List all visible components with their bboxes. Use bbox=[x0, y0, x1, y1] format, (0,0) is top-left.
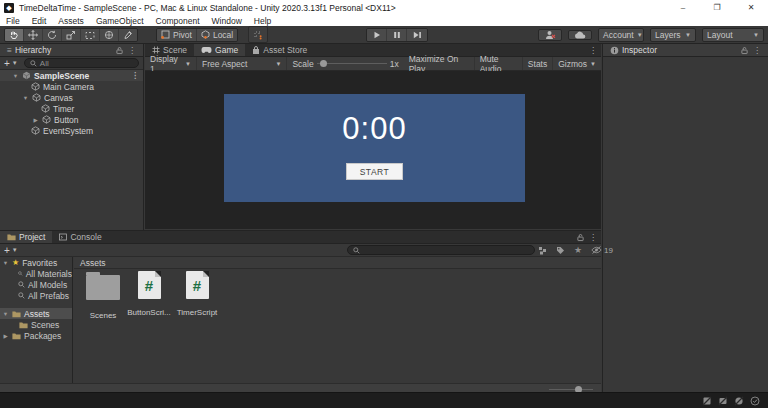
pause-button[interactable] bbox=[387, 29, 407, 41]
project-add-button[interactable]: +▼ bbox=[4, 245, 18, 256]
foldout-caret-icon[interactable]: ▶ bbox=[32, 117, 39, 123]
menu-component[interactable]: Component bbox=[150, 15, 206, 26]
status-muted-warning-icon bbox=[718, 396, 728, 406]
kebab-menu-icon[interactable]: ⋮ bbox=[131, 71, 139, 80]
menu-assets[interactable]: Assets bbox=[52, 15, 90, 26]
search-icon bbox=[18, 281, 25, 288]
mute-audio-toggle[interactable]: Mute Audio bbox=[475, 57, 523, 70]
scale-tool-icon[interactable] bbox=[62, 29, 81, 41]
asset-scenes-folder[interactable]: Scenes bbox=[80, 273, 126, 320]
unity-toolbar: Pivot Local Account▼ Layers▼ Layout▼ bbox=[0, 26, 768, 44]
maximize-button[interactable]: ❐ bbox=[700, 0, 734, 15]
grid-snap-button[interactable] bbox=[248, 26, 268, 43]
menu-window[interactable]: Window bbox=[206, 15, 248, 26]
menu-gameobject[interactable]: GameObject bbox=[90, 15, 150, 26]
layers-dropdown[interactable]: Layers▼ bbox=[650, 28, 696, 42]
hierarchy-tab[interactable]: ≡ Hierarchy ⋮ bbox=[0, 44, 143, 56]
console-icon bbox=[59, 233, 67, 241]
tree-favorites[interactable]: ▼ ★ Favorites bbox=[0, 257, 72, 268]
asset-timerscript[interactable]: # TimerScript bbox=[174, 271, 220, 317]
foldout-caret-icon[interactable]: ▼ bbox=[22, 95, 29, 101]
hidden-packages-toggle[interactable]: 19 bbox=[591, 246, 613, 255]
kebab-menu-icon[interactable]: ⋮ bbox=[589, 46, 597, 55]
menu-help[interactable]: Help bbox=[248, 15, 277, 26]
kebab-menu-icon[interactable]: ⋮ bbox=[589, 233, 597, 242]
hierarchy-row-samplescene[interactable]: ▼ SampleScene ⋮ bbox=[0, 70, 143, 81]
menu-file[interactable]: File bbox=[0, 15, 26, 26]
tab-asset-store[interactable]: Asset Store bbox=[245, 44, 314, 56]
game-toolbar: Display 1▼ Free Aspect▼ Scale 1x Maximiz… bbox=[145, 57, 601, 71]
scale-control: Scale 1x bbox=[287, 57, 403, 70]
csharp-script-icon: # bbox=[138, 271, 161, 299]
save-search-star-icon[interactable]: ★ bbox=[574, 245, 582, 255]
search-icon bbox=[30, 60, 37, 67]
tab-console[interactable]: Console bbox=[52, 231, 108, 243]
start-button[interactable]: START bbox=[346, 163, 403, 180]
stats-toggle[interactable]: Stats bbox=[523, 57, 553, 70]
lock-icon[interactable] bbox=[577, 233, 584, 242]
display-dropdown[interactable]: Display 1▼ bbox=[145, 57, 197, 70]
lock-icon[interactable] bbox=[116, 46, 123, 55]
tree-assets[interactable]: ▼ Assets bbox=[0, 308, 72, 319]
tab-project[interactable]: Project bbox=[0, 231, 52, 243]
custom-tool-icon[interactable] bbox=[119, 29, 137, 41]
maximize-on-play-toggle[interactable]: Maximize On Play bbox=[404, 57, 475, 70]
foldout-caret-icon[interactable]: ▶ bbox=[2, 333, 9, 339]
hierarchy-row-canvas[interactable]: ▼ Canvas bbox=[0, 92, 143, 103]
menu-edit[interactable]: Edit bbox=[26, 15, 53, 26]
search-by-label-icon[interactable] bbox=[556, 246, 565, 255]
hierarchy-row-eventsystem[interactable]: EventSystem bbox=[0, 125, 143, 136]
play-icon bbox=[373, 31, 381, 39]
collab-icon bbox=[545, 30, 556, 40]
close-button[interactable]: ✕ bbox=[734, 0, 768, 15]
assets-breadcrumb[interactable]: Assets bbox=[74, 257, 601, 269]
icon-size-slider[interactable] bbox=[549, 389, 593, 390]
lock-icon[interactable] bbox=[741, 46, 748, 55]
transform-tool-icon[interactable] bbox=[100, 29, 119, 41]
asset-buttonscript[interactable]: # ButtonScri... bbox=[126, 271, 172, 317]
hierarchy-row-button[interactable]: ▶ Button bbox=[0, 114, 143, 125]
move-tool-icon[interactable] bbox=[24, 29, 43, 41]
csharp-script-icon: # bbox=[186, 271, 209, 299]
local-toggle[interactable]: Local bbox=[197, 29, 237, 41]
project-toolbar: +▼ ★ 19 bbox=[0, 244, 601, 257]
status-muted-error-icon bbox=[734, 396, 744, 406]
tasks-done-icon[interactable] bbox=[750, 396, 760, 406]
tree-packages[interactable]: ▶ Packages bbox=[0, 330, 72, 341]
tree-all-models[interactable]: All Models bbox=[0, 279, 72, 290]
tree-all-prefabs[interactable]: All Prefabs bbox=[0, 290, 72, 301]
search-by-type-icon[interactable] bbox=[538, 246, 547, 255]
kebab-menu-icon[interactable]: ⋮ bbox=[753, 46, 761, 55]
account-dropdown[interactable]: Account▼ bbox=[598, 28, 644, 42]
kebab-menu-icon[interactable]: ⋮ bbox=[128, 46, 136, 55]
scale-slider-knob[interactable] bbox=[320, 60, 327, 67]
aspect-dropdown[interactable]: Free Aspect▼ bbox=[197, 57, 287, 70]
gizmos-dropdown[interactable]: Gizmos▼ bbox=[553, 57, 601, 70]
hand-tool-icon[interactable] bbox=[5, 29, 24, 41]
tab-game[interactable]: Game bbox=[194, 44, 245, 56]
foldout-caret-icon[interactable]: ▼ bbox=[2, 311, 9, 317]
tree-all-materials[interactable]: All Materials bbox=[0, 268, 72, 279]
step-button[interactable] bbox=[407, 29, 427, 41]
collab-button[interactable] bbox=[538, 29, 562, 41]
foldout-caret-icon[interactable]: ▼ bbox=[2, 260, 9, 266]
inspector-tab[interactable]: Inspector ⋮ bbox=[603, 44, 768, 56]
rect-tool-icon[interactable] bbox=[81, 29, 100, 41]
tree-scenes[interactable]: Scenes bbox=[0, 319, 72, 330]
foldout-caret-icon[interactable]: ▼ bbox=[12, 73, 19, 79]
play-button[interactable] bbox=[367, 29, 387, 41]
layout-dropdown[interactable]: Layout▼ bbox=[702, 28, 764, 42]
scene-icon bbox=[22, 71, 31, 80]
hierarchy-add-button[interactable]: +▼ bbox=[4, 58, 18, 69]
hierarchy-search-input[interactable]: All bbox=[24, 58, 139, 68]
minimize-button[interactable]: – bbox=[666, 0, 700, 15]
pivot-toggle[interactable]: Pivot bbox=[157, 29, 197, 41]
scale-slider[interactable] bbox=[317, 63, 387, 64]
cloud-button[interactable] bbox=[568, 30, 592, 40]
rotate-tool-icon[interactable] bbox=[43, 29, 62, 41]
hierarchy-row-main-camera[interactable]: Main Camera bbox=[0, 81, 143, 92]
gameobject-cube-icon bbox=[32, 93, 41, 102]
hierarchy-row-timer[interactable]: Timer bbox=[0, 103, 143, 114]
view-tabstrip: Scene Game Asset Store ⋮ bbox=[145, 44, 601, 57]
project-search-input[interactable] bbox=[347, 245, 535, 255]
